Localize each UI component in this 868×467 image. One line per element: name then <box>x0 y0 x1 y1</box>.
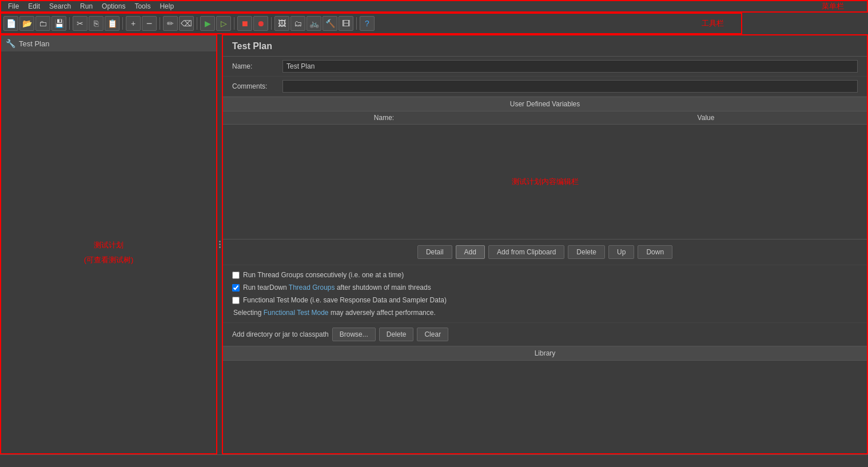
left-panel: 🔧 Test Plan 测试计划 (可查看测试树) <box>0 34 217 454</box>
detail-button[interactable]: Detail <box>417 245 452 259</box>
cb2-highlight: Thread Groups <box>289 284 335 292</box>
comments-input[interactable] <box>282 80 858 93</box>
name-row: Name: <box>223 57 867 77</box>
toolbar-new-btn[interactable]: 📄 <box>3 16 18 31</box>
toolbar-hammer-btn[interactable]: 🔨 <box>322 16 337 31</box>
comments-row: Comments: <box>223 77 867 97</box>
main-layout: 🔧 Test Plan 测试计划 (可查看测试树) Test Plan Name… <box>0 34 868 454</box>
checkbox1-label[interactable]: Run Thread Groups consecutively (i.e. on… <box>243 271 404 279</box>
checkbox3-row: Functional Test Mode (i.e. save Response… <box>232 296 858 304</box>
warn-highlight: Functional Test Mode <box>264 309 329 317</box>
delete-classpath-button[interactable]: Delete <box>379 328 414 341</box>
menu-item-file[interactable]: File <box>3 1 23 11</box>
checkbox3-label[interactable]: Functional Test Mode (i.e. save Response… <box>243 296 447 304</box>
library-body <box>223 361 867 453</box>
tree-plan-icon: 🔧 <box>6 39 15 48</box>
menu-item-options[interactable]: Options <box>97 1 130 11</box>
browse-button[interactable]: Browse... <box>332 328 376 341</box>
checkbox2-label[interactable]: Run tearDown Thread Groups after shutdow… <box>243 284 431 292</box>
tree-header: 🔧 Test Plan <box>1 35 216 51</box>
toolbar-label-cn: 工具栏 <box>702 18 724 29</box>
checkbox1-row: Run Thread Groups consecutively (i.e. on… <box>232 271 858 279</box>
udv-col-name: Name: <box>223 111 545 124</box>
classpath-label: Add directory or jar to classpath <box>232 330 329 338</box>
udv-table-header: Name: Value <box>223 111 867 125</box>
name-label: Name: <box>232 62 278 70</box>
toolbar-sep6 <box>271 17 272 30</box>
toolbar-bike-btn[interactable]: 🚲 <box>306 16 321 31</box>
checkboxes-section: Run Thread Groups consecutively (i.e. on… <box>223 265 867 322</box>
up-button[interactable]: Up <box>608 245 634 259</box>
add-button[interactable]: Add <box>456 245 485 259</box>
toolbar-sep5 <box>234 17 234 30</box>
toolbar-stop-btn[interactable]: ⏹ <box>237 16 252 31</box>
menu-item-search[interactable]: Search <box>45 1 75 11</box>
toolbar-clear-btn[interactable]: ⌫ <box>179 16 194 31</box>
divider-dots <box>219 241 221 248</box>
udv-col-value: Value <box>545 111 867 124</box>
delete-var-button[interactable]: Delete <box>568 245 605 259</box>
bottom-bar <box>0 454 868 466</box>
menu-item-help[interactable]: Help <box>155 1 178 11</box>
checkbox3[interactable] <box>232 297 240 304</box>
warn-post: may adversely affect performance. <box>331 309 436 317</box>
add-from-clipboard-button[interactable]: Add from Clipboard <box>488 245 564 259</box>
toolbar-sep4 <box>197 17 197 30</box>
udv-table-body: 测试计划内容编辑栏 <box>223 125 867 239</box>
menu-bar: File Edit Search Run Options Tools Help … <box>0 0 868 13</box>
warn-text: Selecting Functional Test Mode may adver… <box>232 309 858 317</box>
var-buttons-row: Detail Add Add from Clipboard Delete Up … <box>223 239 867 265</box>
name-input[interactable] <box>282 60 858 73</box>
toolbar-save-btn[interactable]: 💾 <box>51 16 66 31</box>
toolbar-open-btn[interactable]: 📂 <box>19 16 34 31</box>
udv-header: User Defined Variables <box>223 97 867 111</box>
cb2-pre: Run tearDown <box>243 284 289 292</box>
toolbar-remove-btn[interactable]: − <box>142 16 157 31</box>
toolbar-sep2 <box>122 17 123 30</box>
classpath-section: Add directory or jar to classpath Browse… <box>223 322 867 346</box>
toolbar-sep7 <box>356 17 357 30</box>
toolbar-run2-btn[interactable]: ▷ <box>216 16 231 31</box>
menubar-label-cn: 菜单栏 <box>822 1 844 11</box>
toolbar-film-btn[interactable]: 🎞 <box>339 16 353 31</box>
down-button[interactable]: Down <box>638 245 672 259</box>
toolbar-help-btn[interactable]: ? <box>360 16 375 31</box>
checkbox1[interactable] <box>232 272 240 279</box>
toolbar-img1-btn[interactable]: 🖼 <box>274 16 289 31</box>
toolbar-pencil-btn[interactable]: ✏ <box>163 16 178 31</box>
clear-button[interactable]: Clear <box>417 328 448 341</box>
menu-item-tools[interactable]: Tools <box>130 1 155 11</box>
toolbar-copy-btn[interactable]: ⎘ <box>89 16 103 31</box>
tree-plan-title[interactable]: Test Plan <box>19 39 49 48</box>
toolbar-cut-btn[interactable]: ✂ <box>73 16 87 31</box>
toolbar-add-btn[interactable]: + <box>126 16 141 31</box>
checkbox2[interactable] <box>232 284 240 292</box>
toolbar: 📄 📂 🗀 💾 ✂ ⎘ 📋 + − ✏ ⌫ ▶ ▷ ⏹ ⏺ 🖼 🗂 🚲 🔨 🎞 … <box>0 13 742 34</box>
udv-label-cn: 测试计划内容编辑栏 <box>512 177 579 187</box>
comments-label: Comments: <box>232 82 278 90</box>
toolbar-sep1 <box>69 17 70 30</box>
toolbar-sep3 <box>160 17 160 30</box>
warn-pre: Selecting <box>233 309 264 317</box>
toolbar-run-btn[interactable]: ▶ <box>200 16 215 31</box>
library-header: Library <box>223 346 867 361</box>
toolbar-stop-all-btn[interactable]: ⏺ <box>253 16 268 31</box>
tree-label-cn: 测试计划 (可查看测试树) <box>84 238 134 268</box>
checkbox2-row: Run tearDown Thread Groups after shutdow… <box>232 284 858 292</box>
right-panel: Test Plan Name: Comments: User Defined V… <box>222 34 868 454</box>
toolbar-img2-btn[interactable]: 🗂 <box>290 16 305 31</box>
panel-divider[interactable] <box>217 34 222 454</box>
menu-item-edit[interactable]: Edit <box>23 1 45 11</box>
content-title: Test Plan <box>223 35 867 57</box>
toolbar-close-btn[interactable]: 🗀 <box>35 16 50 31</box>
cb2-post: after shutdown of main threads <box>337 284 431 292</box>
udv-section: User Defined Variables Name: Value 测试计划内… <box>223 97 867 239</box>
menu-item-run[interactable]: Run <box>75 1 97 11</box>
toolbar-paste-btn[interactable]: 📋 <box>105 16 120 31</box>
